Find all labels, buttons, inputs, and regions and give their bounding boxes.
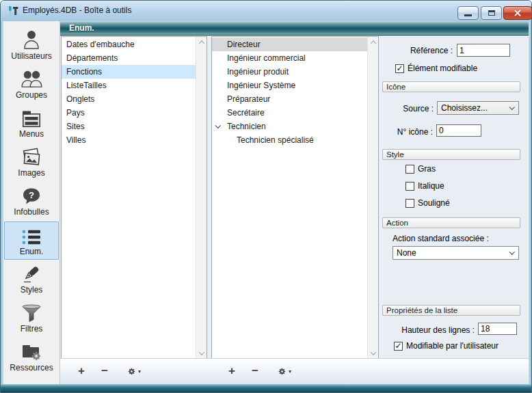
list-item-sites[interactable]: Sites <box>62 120 196 133</box>
sidebar-item-utilisateurs[interactable]: Utilisateurs <box>4 27 59 65</box>
funnel-icon <box>4 299 59 324</box>
add-enum-button[interactable]: + <box>72 363 90 379</box>
list-item-label: Ingénieur Système <box>227 81 295 90</box>
user-modifiable-checkbox[interactable]: ✓ Modifiable par l'utilisateur <box>394 341 498 351</box>
values-list-panel: DirecteurIngénieur commercialIngénieur p… <box>211 36 379 360</box>
remove-value-button[interactable]: − <box>246 363 264 379</box>
row-height-input[interactable] <box>478 323 517 335</box>
window-frame-right <box>529 21 531 384</box>
source-label: Source : <box>379 104 434 113</box>
list-item-label: Technicien spécialisé <box>237 135 314 145</box>
checkbox-label: Gras <box>418 164 436 174</box>
maximize-button[interactable] <box>481 6 502 20</box>
value-actions-gear-button[interactable]: ▾ <box>272 363 297 379</box>
scroll-up-button[interactable] <box>196 37 207 48</box>
checkbox-box <box>405 165 414 174</box>
reference-input[interactable] <box>457 44 510 57</box>
scroll-down-button[interactable] <box>196 348 207 359</box>
list-item-fonctions[interactable]: Fonctions <box>62 65 196 79</box>
list-item-label: Technicien <box>227 122 266 131</box>
list-item-directeur[interactable]: Directeur <box>212 38 367 51</box>
list-item-label: Ingénieur produit <box>227 67 289 77</box>
maximize-icon <box>488 10 495 16</box>
enum-list-panel: Dates d'embaucheDépartementsFonctionsLis… <box>61 36 207 360</box>
list-item-dates-d-embauche[interactable]: Dates d'embauche <box>62 38 196 51</box>
sidebar-item-label: Enum. <box>5 247 58 257</box>
icone-section-header: Icône <box>382 81 520 92</box>
minimize-icon <box>464 14 472 16</box>
minimize-button[interactable] <box>457 6 479 20</box>
enum-actions-gear-button[interactable]: ▾ <box>122 363 146 379</box>
list-item-label: Pays <box>66 108 85 118</box>
list-item-preparateur[interactable]: Préparateur <box>212 92 367 106</box>
action-select[interactable]: None <box>393 246 519 260</box>
list-item-departements[interactable]: Départements <box>62 51 196 65</box>
sidebar-item-label: Images <box>4 168 59 178</box>
sidebar-item-menus[interactable]: Menus <box>4 105 59 143</box>
list-item-ingenieur-produit[interactable]: Ingénieur produit <box>212 65 367 79</box>
list-item-onglets[interactable]: Onglets <box>62 92 196 106</box>
list-item-label: Fonctions <box>66 67 102 77</box>
sidebar-item-label: Utilisateurs <box>4 51 59 62</box>
icon-number-label: N° icône : <box>379 127 433 137</box>
properties-panel: Référence : ✓ Élément modifiable Icône S… <box>379 36 529 360</box>
action-select-value: None <box>397 248 416 258</box>
sidebar-item-enum[interactable]: Enum. <box>4 221 59 260</box>
window-frame-bottom <box>1 384 531 392</box>
souligne-checkbox[interactable]: Souligné <box>405 198 450 208</box>
list-item-technicien-specialise[interactable]: Technicien spécialisé <box>212 133 367 147</box>
list-item-label: Directeur <box>227 40 261 49</box>
icon-number-input[interactable] <box>436 124 481 137</box>
svg-text:?: ? <box>29 190 34 200</box>
checkbox-label: Souligné <box>418 198 450 208</box>
section-header-bar: Enum. <box>60 21 529 36</box>
enum-list-rows: Dates d'embaucheDépartementsFonctionsLis… <box>62 38 196 358</box>
italique-checkbox[interactable]: Italique <box>405 181 444 191</box>
element-modifiable-checkbox[interactable]: ✓ Élément modifiable <box>395 64 477 73</box>
sidebar-item-label: Infobulles <box>4 207 59 217</box>
list-item-label: Secrétaire <box>227 108 265 118</box>
sidebar-item-images[interactable]: Images <box>4 144 59 182</box>
list-item-label: Sites <box>66 122 85 131</box>
list-item-technicien[interactable]: Technicien <box>212 120 367 133</box>
list-item-ingenieur-commercial[interactable]: Ingénieur commercial <box>212 51 367 65</box>
remove-enum-button[interactable]: − <box>96 363 114 379</box>
list-item-secretaire[interactable]: Secrétaire <box>212 106 367 120</box>
scroll-down-button[interactable] <box>368 348 378 359</box>
list-item-label: Villes <box>66 135 85 145</box>
action-label: Action standard associée : <box>393 234 516 243</box>
tooltip-icon: ? <box>4 182 59 207</box>
resources-icon <box>4 338 59 363</box>
checkbox-box <box>405 199 414 208</box>
values-list-scrollbar[interactable] <box>367 37 378 359</box>
sidebar-item-groupes[interactable]: Groupes <box>4 66 59 104</box>
sidebar-item-infobulles[interactable]: ?Infobulles <box>4 182 59 221</box>
list-item-listetailles[interactable]: ListeTailles <box>62 79 196 92</box>
chevron-down-icon <box>370 349 375 355</box>
list-item-ingenieur-systeme[interactable]: Ingénieur Système <box>212 79 367 92</box>
gear-icon <box>127 367 136 376</box>
sidebar-item-ressources[interactable]: Ressources <box>4 338 59 377</box>
sidebar-item-label: Ressources <box>4 363 59 373</box>
sidebar-item-label: Filtres <box>4 324 59 334</box>
sidebar-item-filtres[interactable]: Filtres <box>4 299 59 338</box>
sidebar: UtilisateursGroupesMenusImages?Infobulle… <box>3 21 60 384</box>
scroll-up-button[interactable] <box>368 37 378 48</box>
sidebar-item-label: Groupes <box>4 90 59 100</box>
source-select-value: Choisissez... <box>441 103 488 113</box>
list-item-villes[interactable]: Villes <box>62 133 196 147</box>
list-item-pays[interactable]: Pays <box>62 106 196 120</box>
close-button[interactable] <box>503 6 532 20</box>
sidebar-item-styles[interactable]: Styles <box>4 260 59 299</box>
chevron-down-icon <box>198 349 204 355</box>
expander-chevron-icon[interactable] <box>215 122 221 128</box>
source-select[interactable]: Choisissez... <box>437 101 519 115</box>
add-value-button[interactable]: + <box>223 363 241 379</box>
list-item-label: Ingénieur commercial <box>227 53 306 63</box>
enum-list-scrollbar[interactable] <box>196 37 207 359</box>
list-item-label: Onglets <box>66 94 94 104</box>
checkbox-label: Italique <box>418 181 444 191</box>
enum-list-icon <box>5 222 58 247</box>
gras-checkbox[interactable]: Gras <box>405 164 436 174</box>
title-bar[interactable]: Employés.4DB - Boîte à outils <box>1 1 531 21</box>
